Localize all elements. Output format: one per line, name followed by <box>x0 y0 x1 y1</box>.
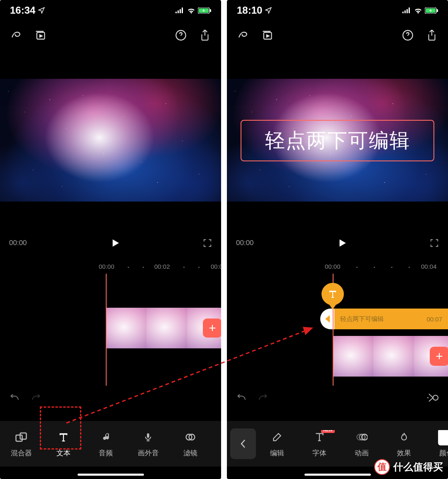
home-indicator[interactable] <box>304 474 371 476</box>
video-clip[interactable] <box>373 336 414 377</box>
filter-icon <box>185 430 196 444</box>
undo-icon[interactable] <box>236 394 247 401</box>
signal-icon <box>402 7 411 13</box>
undo-icon[interactable] <box>9 394 20 401</box>
toolbar-animation[interactable]: 动画 <box>341 430 383 458</box>
toolbar-adjust[interactable]: 调 <box>212 430 221 458</box>
video-clip[interactable] <box>146 308 187 348</box>
watermark-badge: 值 <box>374 459 390 475</box>
history-bar <box>227 389 448 406</box>
svg-rect-1 <box>178 10 179 13</box>
toolbar-text[interactable]: 文本 <box>42 430 85 458</box>
screen-left: 16:34 00:00 00:00 00:02 00:0 <box>0 0 221 479</box>
mixer-icon <box>15 430 27 444</box>
text-overlay[interactable]: 轻点两下可编辑 <box>241 120 434 161</box>
svg-rect-2 <box>180 9 181 13</box>
text-track-clip[interactable]: 轻点两下可编辑 00:07 <box>320 309 448 329</box>
video-preview[interactable]: 轻点两下可编辑 <box>227 79 448 202</box>
svg-rect-10 <box>20 433 27 439</box>
toolbar-color[interactable]: 颜色 <box>425 430 448 458</box>
share-icon[interactable] <box>426 29 438 41</box>
clip-trim-handle[interactable] <box>320 309 334 329</box>
add-clip-button[interactable]: + <box>430 347 448 366</box>
video-clip[interactable] <box>333 336 373 377</box>
microphone-icon <box>144 430 153 444</box>
timeline-ruler: 00:00 00:04 <box>227 263 448 274</box>
music-note-icon <box>100 430 111 444</box>
svg-rect-17 <box>409 7 410 13</box>
text-pin-marker[interactable] <box>321 283 344 309</box>
svg-rect-16 <box>407 9 408 13</box>
redo-icon[interactable] <box>258 394 268 401</box>
share-icon[interactable] <box>199 29 211 41</box>
library-icon[interactable] <box>34 29 46 41</box>
toolbar-filter[interactable]: 滤镜 <box>169 430 212 458</box>
svg-rect-11 <box>147 433 149 438</box>
battery-charging-icon <box>425 7 438 14</box>
top-toolbar <box>227 21 448 50</box>
toolbar-font[interactable]: NEW 字体 <box>298 430 341 458</box>
wifi-icon <box>187 7 195 14</box>
app-logo-icon[interactable] <box>237 29 249 41</box>
status-bar: 18:10 <box>227 0 448 21</box>
toolbar-back-button[interactable] <box>230 428 256 459</box>
svg-rect-3 <box>182 7 183 13</box>
svg-rect-9 <box>16 435 22 441</box>
playback-bar: 00:00 <box>227 235 448 251</box>
toolbar-voiceover[interactable]: 画外音 <box>127 430 169 458</box>
status-bar: 16:34 <box>0 0 221 21</box>
toolbar-edit[interactable]: 编辑 <box>256 430 298 458</box>
video-preview[interactable] <box>0 79 221 202</box>
status-time: 18:10 <box>237 5 262 16</box>
svg-point-23 <box>433 395 438 400</box>
current-time: 00:00 <box>236 239 254 247</box>
signal-icon <box>175 7 185 13</box>
svg-rect-14 <box>402 12 404 13</box>
location-arrow-icon <box>265 7 272 14</box>
top-toolbar <box>0 21 221 50</box>
help-icon[interactable] <box>175 29 187 41</box>
toolbar-effect[interactable]: 效果 <box>383 430 425 458</box>
redo-icon[interactable] <box>31 394 41 401</box>
timeline[interactable]: 轻点两下可编辑 00:07 + <box>227 275 448 408</box>
playhead[interactable] <box>106 274 107 386</box>
flame-icon <box>399 430 409 444</box>
timeline[interactable]: + <box>0 275 221 391</box>
svg-rect-6 <box>210 9 211 12</box>
svg-rect-15 <box>404 10 406 13</box>
toolbar-audio[interactable]: 音频 <box>85 430 127 458</box>
playback-bar: 00:00 <box>0 235 221 251</box>
screen-right: 18:10 轻点两下可编辑 00:00 00:00 00:0 <box>227 0 448 479</box>
svg-rect-20 <box>437 9 438 12</box>
current-time: 00:00 <box>9 239 27 247</box>
play-button[interactable] <box>336 238 347 248</box>
history-bar <box>0 389 221 406</box>
watermark: 值 什么值得买 <box>374 459 443 475</box>
animation-icon <box>356 430 368 444</box>
text-track-label: 轻点两下可编辑 <box>340 315 384 323</box>
location-arrow-icon <box>38 7 45 14</box>
library-icon[interactable] <box>261 29 273 41</box>
home-indicator[interactable] <box>78 474 144 476</box>
fullscreen-icon[interactable] <box>430 238 439 248</box>
app-logo-icon[interactable] <box>10 29 22 41</box>
timeline-ruler: 00:00 00:02 00:0 <box>0 263 221 274</box>
text-icon <box>58 430 69 444</box>
add-clip-button[interactable]: + <box>203 319 221 338</box>
help-icon[interactable] <box>402 29 414 41</box>
edit-icon <box>272 430 282 444</box>
status-time: 16:34 <box>10 5 35 16</box>
toolbar-mixer[interactable]: 混合器 <box>0 430 42 458</box>
transition-icon[interactable] <box>426 392 439 403</box>
video-clip[interactable] <box>106 308 146 348</box>
new-badge: NEW <box>321 430 335 433</box>
color-swatch-icon <box>438 430 448 444</box>
wifi-icon <box>414 7 422 14</box>
play-button[interactable] <box>110 238 120 248</box>
text-track-duration: 00:07 <box>426 316 442 323</box>
watermark-text: 什么值得买 <box>393 460 443 474</box>
fullscreen-icon[interactable] <box>203 238 212 248</box>
battery-charging-icon <box>198 7 211 14</box>
bottom-toolbar: 混合器 文本 音频 画外音 滤镜 调 <box>0 421 221 467</box>
svg-rect-0 <box>175 12 177 13</box>
